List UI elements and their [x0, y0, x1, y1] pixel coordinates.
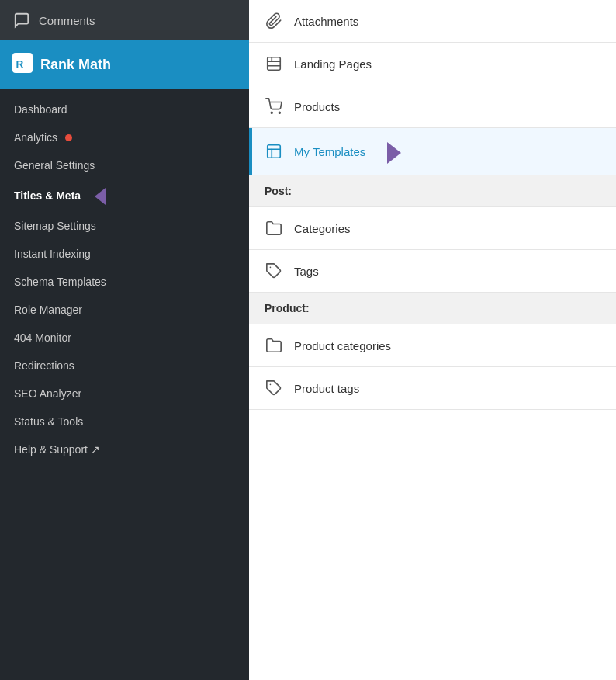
svg-text:R: R	[16, 58, 24, 70]
titles-meta-arrow-icon	[95, 188, 106, 205]
schema-templates-label: Schema Templates	[14, 276, 106, 288]
sidebar-item-dashboard[interactable]: Dashboard	[0, 95, 249, 123]
redirections-label: Redirections	[14, 359, 74, 372]
menu-list: Attachments Landing Pages	[249, 0, 616, 410]
sidebar-item-titles-meta[interactable]: Titles & Meta	[0, 179, 249, 212]
svg-rect-1	[268, 57, 281, 71]
dashboard-label: Dashboard	[14, 103, 67, 116]
sidebar-item-role-manager[interactable]: Role Manager	[0, 296, 249, 324]
role-manager-label: Role Manager	[14, 304, 82, 316]
sidebar-nav: Dashboard Analytics General Settings Tit…	[0, 89, 249, 680]
status-tools-label: Status & Tools	[14, 415, 83, 428]
main-content: Attachments Landing Pages	[249, 0, 616, 680]
sidebar-item-help-support[interactable]: Help & Support ↗	[0, 435, 249, 463]
sidebar-item-seo-analyzer[interactable]: SEO Analyzer	[0, 380, 249, 408]
categories-icon	[265, 220, 283, 237]
landing-pages-icon	[265, 55, 283, 72]
product-tags-label: Product tags	[294, 382, 359, 395]
landing-pages-label: Landing Pages	[294, 57, 372, 71]
instant-indexing-label: Instant Indexing	[14, 248, 91, 260]
sidebar-item-redirections[interactable]: Redirections	[0, 352, 249, 380]
products-label: Products	[294, 100, 340, 113]
menu-item-products[interactable]: Products	[249, 85, 616, 128]
product-categories-icon	[265, 337, 283, 354]
analytics-label: Analytics	[14, 131, 57, 144]
sidebar-item-rank-math[interactable]: R Rank Math	[0, 40, 249, 89]
section-header-post: Post:	[249, 175, 616, 207]
sidebar-item-schema-templates[interactable]: Schema Templates	[0, 268, 249, 296]
sidebar-item-sitemap-settings[interactable]: Sitemap Settings	[0, 212, 249, 240]
post-section-label: Post:	[265, 185, 292, 197]
section-header-product: Product:	[249, 293, 616, 324]
product-tags-icon	[265, 380, 283, 397]
titles-meta-label: Titles & Meta	[14, 189, 81, 202]
general-settings-label: General Settings	[14, 159, 95, 172]
menu-item-attachments[interactable]: Attachments	[249, 0, 616, 43]
sidebar-item-comments[interactable]: Comments	[0, 0, 249, 40]
seo-analyzer-label: SEO Analyzer	[14, 387, 81, 400]
comments-icon	[12, 11, 31, 29]
product-categories-label: Product categories	[294, 339, 391, 352]
menu-item-my-templates[interactable]: My Templates	[249, 128, 616, 175]
svg-point-6	[279, 112, 280, 113]
categories-label: Categories	[294, 222, 351, 235]
rank-math-label: Rank Math	[40, 57, 111, 73]
attachments-label: Attachments	[294, 15, 358, 28]
404-monitor-label: 404 Monitor	[14, 331, 71, 344]
analytics-notification-dot	[65, 134, 72, 141]
products-icon	[265, 98, 283, 115]
menu-item-product-categories[interactable]: Product categories	[249, 324, 616, 367]
my-templates-icon	[265, 143, 283, 160]
menu-item-categories[interactable]: Categories	[249, 207, 616, 250]
menu-item-tags[interactable]: Tags	[249, 250, 616, 293]
menu-item-product-tags[interactable]: Product tags	[249, 367, 616, 410]
tags-icon	[265, 262, 283, 279]
sidebar-item-analytics[interactable]: Analytics	[0, 123, 249, 151]
svg-rect-7	[268, 145, 281, 158]
my-templates-arrow-icon	[387, 142, 401, 164]
rank-math-icon: R	[12, 53, 33, 77]
comments-label: Comments	[39, 14, 95, 27]
nav-list: Dashboard Analytics General Settings Tit…	[0, 95, 249, 463]
help-support-label: Help & Support ↗	[14, 443, 100, 456]
my-templates-label: My Templates	[294, 145, 365, 158]
product-section-label: Product:	[265, 302, 310, 314]
menu-item-landing-pages[interactable]: Landing Pages	[249, 43, 616, 85]
sidebar-item-instant-indexing[interactable]: Instant Indexing	[0, 240, 249, 268]
sitemap-settings-label: Sitemap Settings	[14, 220, 96, 232]
attachment-icon	[265, 12, 283, 29]
sidebar: Comments R Rank Math Dashboard Analytics…	[0, 0, 249, 680]
tags-label: Tags	[294, 265, 319, 278]
sidebar-item-404-monitor[interactable]: 404 Monitor	[0, 324, 249, 352]
sidebar-item-general-settings[interactable]: General Settings	[0, 151, 249, 179]
sidebar-item-status-tools[interactable]: Status & Tools	[0, 408, 249, 435]
svg-point-5	[271, 112, 272, 113]
